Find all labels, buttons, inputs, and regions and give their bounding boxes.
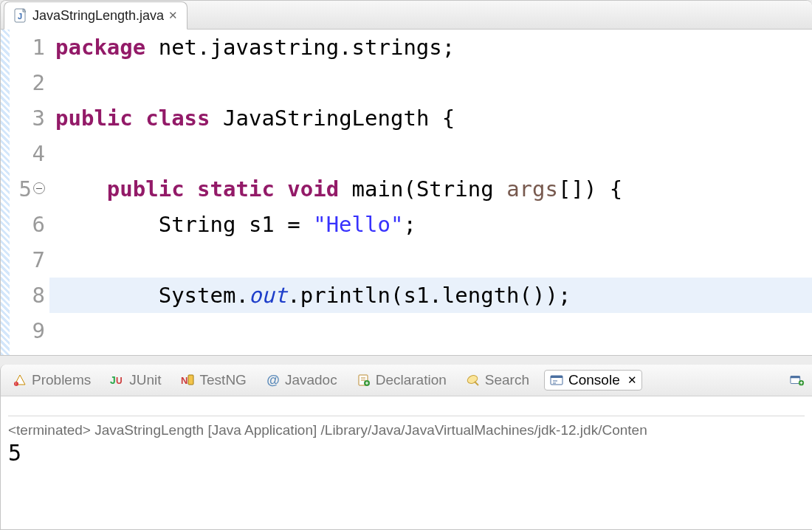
line-number: 8 [10,278,45,313]
line-number: 7 [10,242,45,278]
line-number: 5 [10,171,45,207]
tab-testng[interactable]: N TestNG [176,371,251,390]
svg-rect-19 [791,376,800,379]
tab-label: Search [485,372,529,388]
junit-icon: JU [110,373,125,388]
code-line[interactable]: package net.javastring.strings; [49,30,812,65]
code-editor[interactable]: 1 2 3 4 5 6 7 8 9 package net.javastring… [1,30,812,355]
svg-rect-7 [188,375,193,385]
tab-declaration[interactable]: Declaration [352,371,451,390]
close-icon[interactable]: ✕ [627,374,637,387]
tab-label: Console [568,372,620,388]
svg-line-13 [475,382,478,385]
close-icon[interactable]: ✕ [168,9,178,22]
editor-tab-filename: JavaStringLength.java [32,8,164,24]
console-output-line: 5 [8,438,805,468]
problems-icon: ! [13,373,27,388]
line-number: 2 [10,65,45,100]
tab-junit[interactable]: JU JUnit [106,371,165,390]
editor-tab-file[interactable]: J JavaStringLength.java ✕ [4,1,187,30]
tab-label: TestNG [200,372,247,388]
tab-label: Javadoc [285,372,337,388]
code-line[interactable]: System.out.println(s1.length()); [49,278,812,313]
line-number: 4 [10,136,45,171]
fold-collapse-icon[interactable] [33,182,45,194]
javadoc-icon: @ [266,373,281,388]
svg-rect-15 [551,376,562,378]
svg-text:U: U [116,376,123,386]
declaration-icon [357,373,371,388]
line-number-gutter: 1 2 3 4 5 6 7 8 9 [10,30,49,355]
testng-icon: N [181,373,196,388]
tab-search[interactable]: Search [461,371,534,390]
fold-strip [1,30,10,355]
line-number: 3 [10,100,45,136]
tab-label: Declaration [376,372,447,388]
svg-text:!: ! [16,382,16,386]
svg-text:J: J [110,374,116,386]
console-icon [549,373,564,388]
tab-console[interactable]: Console ✕ [544,370,642,390]
java-file-icon: J [13,8,28,23]
search-icon [466,373,481,388]
svg-text:N: N [181,375,187,386]
console-status-line: <terminated> JavaStringLength [Java Appl… [8,416,805,438]
open-console-icon[interactable] [790,373,805,388]
code-line[interactable] [49,65,812,100]
code-line[interactable]: public class JavaStringLength { [49,100,812,136]
code-line[interactable] [49,313,812,348]
code-line[interactable] [49,136,812,171]
bottom-tabbar: ! Problems JU JUnit N TestNG @ Javadoc [1,365,812,396]
code-line[interactable]: public static void main(String args[]) { [49,171,812,207]
console-body[interactable]: <terminated> JavaStringLength [Java Appl… [1,396,812,529]
tab-label: JUnit [129,372,161,388]
line-number: 9 [10,313,45,348]
tab-javadoc[interactable]: @ Javadoc [261,371,342,390]
code-line[interactable] [49,242,812,278]
code-line[interactable]: String s1 = "Hello"; [49,207,812,242]
tab-problems[interactable]: ! Problems [8,371,95,390]
panel-actions [790,373,805,388]
line-number: 1 [10,30,45,65]
code-body[interactable]: package net.javastring.strings; public c… [49,30,812,355]
bottom-panel: ! Problems JU JUnit N TestNG @ Javadoc [0,365,812,530]
svg-text:J: J [18,12,22,21]
editor-tabbar: J JavaStringLength.java ✕ [1,1,812,30]
editor-region: J JavaStringLength.java ✕ 1 2 3 4 5 6 7 … [0,0,812,356]
tab-label: Problems [32,372,91,388]
line-number: 6 [10,207,45,242]
